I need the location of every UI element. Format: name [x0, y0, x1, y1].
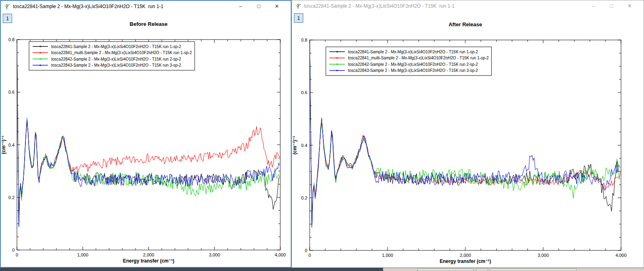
titlebar[interactable]: tosca22841-Sample 2 - Mx-Mg(3-x)LixSi4O1… — [1, 1, 291, 12]
legend-entry-label: tosca22841_multi-Sample 2 - Mx-Mg(3-x)Li… — [51, 50, 192, 55]
legend-entry-label: tosca22843-Sample 2 - Mx-Mg(3-x)LixSi4O1… — [51, 63, 181, 67]
x-tick-label: 1,000 — [382, 253, 393, 258]
legend-swatch-marker — [40, 65, 41, 66]
background-window-edge-light — [383, 268, 644, 271]
x-tick-label: 0 — [308, 253, 311, 258]
x-tick-label: 1,000 — [77, 252, 88, 257]
plot-number-badge[interactable]: 1 — [3, 14, 12, 23]
legend-swatch-marker — [337, 57, 338, 59]
plot-number-badge[interactable]: 1 — [294, 13, 303, 23]
mantis-app-icon — [4, 3, 10, 10]
legend-entry-label: tosca22842-Sample 2 - Mx-Mg(3-x)LixSi4O1… — [51, 57, 181, 61]
plot-window-before: tosca22841-Sample 2 - Mx-Mg(3-x)LixSi4O1… — [0, 0, 292, 268]
titlebar[interactable]: tosca22841-Sample 2 - Mx-Mg(3-x)LixSi4O1… — [292, 0, 644, 12]
legend-entry-label: tosca22841-Sample 2 - Mx-Mg(3-x)LixSi4O1… — [51, 44, 181, 49]
x-axis-label: Energy transfer (cm⁻¹) — [123, 258, 175, 264]
y-tick-label: 0.2 — [8, 195, 15, 200]
y-axis-label: (cm⁻¹)⁻¹ — [1, 136, 6, 154]
legend-swatch-marker — [40, 52, 41, 53]
window-title: tosca22841-Sample 2 - Mx-Mg(3-x)LixSi4O1… — [304, 3, 584, 9]
legend-entry-label: tosca22841_multi-Sample 2 - Mx-Mg(3-x)Li… — [348, 56, 489, 60]
y-axis-label: (cm⁻¹)⁻¹ — [292, 136, 298, 155]
y-tick-label: 0.8 — [8, 37, 15, 42]
legend-entry-label: tosca22842-Sample 2 - Mx-Mg(3-x)LixSi4O1… — [348, 62, 478, 67]
minimize-button[interactable]: – — [231, 1, 250, 12]
legend-box: tosca22841-Sample 2 - Mx-Mg(3-x)LixSi4O1… — [326, 47, 492, 76]
x-tick-label: 3,000 — [209, 252, 220, 257]
chart-area-before[interactable]: Before Release01,0002,0003,0004,00000.20… — [1, 12, 291, 267]
y-tick-label: 0 — [305, 248, 307, 253]
window-title: tosca22841-Sample 2 - Mx-Mg(3-x)LixSi4O1… — [13, 4, 231, 9]
chart-title: Before Release — [130, 21, 168, 27]
y-tick-label: 0.4 — [8, 143, 15, 147]
background-window-edge-dark — [0, 268, 383, 271]
legend-swatch-marker — [40, 59, 41, 60]
x-tick-label: 2,000 — [143, 252, 154, 257]
y-tick-label: 0.4 — [301, 143, 307, 148]
x-tick-label: 4,000 — [615, 253, 627, 258]
minimize-button[interactable]: – — [584, 0, 602, 12]
y-tick-label: 0 — [12, 248, 15, 252]
x-tick-label: 4,000 — [275, 252, 286, 257]
y-tick-label: 0.2 — [301, 195, 307, 200]
legend-box: tosca22841-Sample 2 - Mx-Mg(3-x)LixSi4O1… — [29, 42, 195, 70]
y-tick-label: 0.6 — [301, 90, 307, 95]
chart-area-after[interactable]: After Release01,0002,0003,0004,00000.20.… — [292, 12, 644, 267]
mantis-app-icon — [295, 3, 301, 9]
close-button[interactable]: ✕ — [268, 1, 286, 12]
legend-entry-label: tosca22841-Sample 2 - Mx-Mg(3-x)LixSi4O1… — [348, 50, 478, 54]
legend-swatch-marker — [40, 46, 41, 47]
background-window-cell — [490, 269, 577, 271]
close-button[interactable]: ✕ — [621, 0, 639, 12]
plot-window-after: tosca22841-Sample 2 - Mx-Mg(3-x)LixSi4O1… — [292, 0, 644, 268]
maximize-button[interactable]: □ — [602, 0, 621, 12]
legend-swatch-marker — [337, 70, 338, 71]
x-tick-label: 2,000 — [460, 253, 471, 258]
legend-swatch-marker — [337, 64, 338, 65]
plot-frame — [17, 40, 280, 250]
y-tick-label: 0.8 — [301, 38, 307, 42]
y-tick-label: 0.6 — [8, 90, 15, 95]
legend-entry-label: tosca22843-Sample 2 - Mx-Mg(3-x)LixSi4O1… — [348, 68, 478, 73]
background-window-cell — [417, 269, 474, 271]
x-tick-label: 3,000 — [538, 253, 549, 258]
chart-title: After Release — [448, 21, 482, 27]
chart-after-release[interactable]: After Release01,0002,0003,0004,00000.20.… — [292, 12, 644, 267]
x-axis-label: Energy transfer (cm⁻¹) — [440, 258, 491, 264]
background-window-cell — [476, 269, 488, 271]
legend-swatch-marker — [337, 51, 338, 53]
maximize-button[interactable]: □ — [250, 1, 268, 12]
axis-ticks — [17, 40, 280, 250]
chart-before-release[interactable]: Before Release01,0002,0003,0004,00000.20… — [1, 12, 291, 267]
x-tick-label: 0 — [16, 252, 18, 257]
background-window-sliver — [0, 268, 644, 271]
